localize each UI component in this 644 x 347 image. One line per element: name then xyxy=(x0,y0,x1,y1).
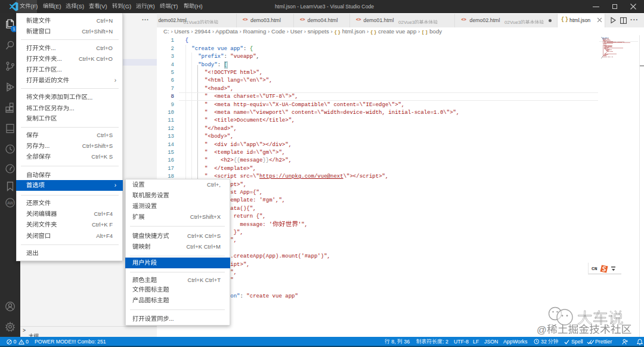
svg-text:AW: AW xyxy=(7,201,14,205)
